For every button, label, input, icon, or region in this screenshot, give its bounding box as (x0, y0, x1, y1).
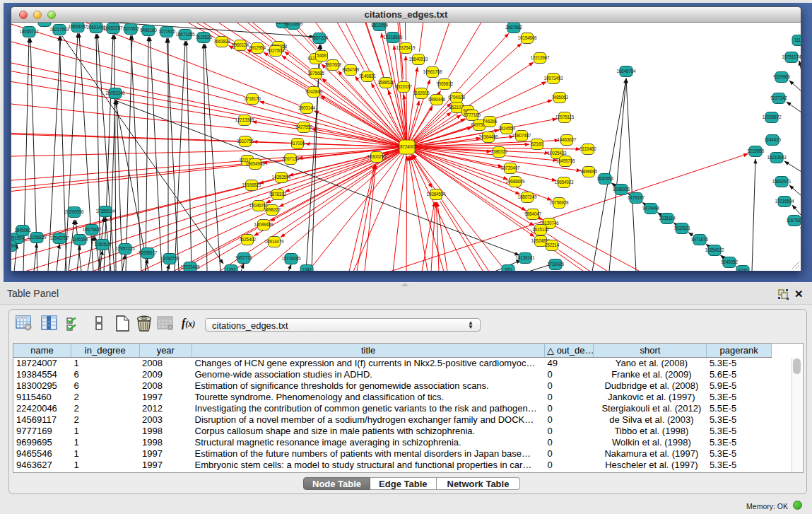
svg-text:3215958: 3215958 (747, 148, 764, 153)
svg-text:252214: 252214 (545, 243, 560, 247)
svg-text:10688609: 10688609 (506, 179, 525, 184)
svg-text:1071915: 1071915 (158, 29, 175, 34)
svg-text:15716485: 15716485 (282, 256, 301, 261)
svg-text:1145194: 1145194 (71, 237, 88, 242)
svg-text:19975887: 19975887 (83, 227, 102, 232)
svg-text:19218506: 19218506 (384, 35, 403, 40)
svg-text:10653287: 10653287 (104, 25, 123, 30)
svg-text:2867608: 2867608 (324, 62, 341, 67)
svg-text:16671355: 16671355 (176, 32, 195, 37)
svg-text:6479197: 6479197 (628, 195, 645, 200)
svg-text:1845061: 1845061 (14, 228, 31, 233)
svg-text:7515526: 7515526 (195, 35, 212, 40)
svg-text:8960124: 8960124 (232, 42, 249, 47)
svg-text:9240: 9240 (738, 268, 748, 271)
svg-text:5469: 5469 (317, 53, 326, 58)
svg-text:970: 970 (505, 267, 512, 271)
svg-text:9146821: 9146821 (359, 74, 376, 78)
svg-text:10958117: 10958117 (139, 250, 158, 255)
svg-text:12942757: 12942757 (50, 235, 69, 240)
svg-text:7663822: 7663822 (213, 39, 230, 44)
svg-text:16782759: 16782759 (160, 256, 180, 261)
svg-text:7386372: 7386372 (490, 149, 507, 154)
svg-text:1527602: 1527602 (122, 26, 139, 31)
svg-text:10154808: 10154808 (518, 35, 537, 40)
svg-text:16033809: 16033809 (284, 23, 303, 26)
svg-text:15640910: 15640910 (409, 57, 428, 62)
svg-text:18300295: 18300295 (367, 154, 387, 159)
svg-text:8454749: 8454749 (342, 67, 359, 72)
svg-text:8471676: 8471676 (691, 237, 708, 242)
svg-text:9899695: 9899695 (580, 169, 597, 174)
svg-text:10853287: 10853287 (69, 24, 88, 29)
svg-text:16914479: 16914479 (265, 239, 284, 244)
svg-text:53594: 53594 (11, 243, 16, 248)
svg-text:391594: 391594 (11, 235, 25, 240)
svg-text:18724007: 18724007 (398, 144, 417, 149)
svg-text:19384554: 19384554 (427, 192, 446, 197)
svg-text:8938928: 8938928 (613, 187, 630, 192)
svg-text:1588520: 1588520 (377, 80, 394, 85)
svg-text:8427552: 8427552 (295, 124, 312, 129)
svg-text:19654985: 19654985 (246, 161, 265, 166)
svg-text:9115460: 9115460 (579, 146, 596, 151)
svg-text:2718176: 2718176 (244, 96, 261, 101)
svg-text:1875685: 1875685 (307, 71, 324, 76)
svg-text:16648784: 16648784 (617, 69, 636, 74)
svg-text:14353594: 14353594 (272, 175, 291, 180)
svg-text:14463627: 14463627 (558, 137, 577, 142)
svg-text:1112: 1112 (794, 37, 801, 42)
svg-text:3267130: 3267130 (282, 156, 299, 161)
svg-text:20364486: 20364486 (479, 134, 498, 139)
svg-text:15692971: 15692971 (772, 179, 792, 184)
svg-text:2803144: 2803144 (298, 105, 315, 110)
svg-text:2687682: 2687682 (505, 25, 522, 30)
svg-text:17359924: 17359924 (96, 209, 115, 214)
svg-text:16961758: 16961758 (423, 69, 442, 74)
svg-text:8322037: 8322037 (395, 84, 412, 89)
svg-text:14055712: 14055712 (20, 29, 39, 34)
svg-text:10025433: 10025433 (548, 151, 567, 156)
svg-text:13325419: 13325419 (396, 45, 416, 50)
svg-text:1162615: 1162615 (413, 90, 430, 95)
svg-text:20756928: 20756928 (550, 200, 569, 205)
svg-text:1250515: 1250515 (94, 242, 111, 247)
svg-text:6466160: 6466160 (140, 28, 157, 33)
svg-text:7632621: 7632621 (673, 226, 690, 230)
svg-text:1244415: 1244415 (764, 137, 781, 142)
svg-text:10807487: 10807487 (512, 133, 531, 138)
svg-text:1615132: 1615132 (532, 227, 549, 232)
svg-text:12213369: 12213369 (235, 117, 254, 122)
svg-text:9329966: 9329966 (773, 74, 790, 79)
svg-text:62160: 62160 (531, 141, 543, 146)
svg-text:9245052: 9245052 (721, 259, 738, 264)
svg-text:12923468: 12923468 (181, 264, 200, 269)
svg-text:1498222: 1498222 (264, 207, 281, 212)
svg-text:9327503: 9327503 (267, 48, 284, 53)
svg-text:5878312: 5878312 (269, 192, 286, 197)
svg-text:10654122: 10654122 (705, 247, 724, 252)
svg-text:3624554: 3624554 (498, 126, 515, 131)
svg-text:19654923: 19654923 (555, 180, 574, 185)
svg-text:1167533: 1167533 (786, 218, 801, 223)
svg-text:7955812: 7955812 (436, 81, 453, 86)
svg-text:15720407: 15720407 (501, 165, 520, 170)
svg-text:417006: 417006 (290, 141, 305, 146)
svg-text:16495758: 16495758 (556, 158, 575, 163)
svg-text:1640954: 1640954 (596, 176, 613, 181)
svg-text:6990448: 6990448 (428, 97, 445, 102)
svg-text:9457771: 9457771 (235, 255, 252, 260)
svg-text:1243: 1243 (302, 267, 312, 271)
svg-text:8813054: 8813054 (371, 23, 388, 28)
svg-text:12975115: 12975115 (555, 115, 575, 119)
svg-text:17957225: 17957225 (116, 246, 135, 251)
svg-text:16217503: 16217503 (50, 27, 69, 32)
svg-text:7485063: 7485063 (551, 95, 568, 100)
svg-text:17016504: 17016504 (775, 199, 794, 204)
svg-text:9474444: 9474444 (642, 206, 659, 211)
svg-text:6794028: 6794028 (448, 95, 465, 100)
svg-text:9227342: 9227342 (770, 95, 787, 100)
svg-text:12156829: 12156829 (28, 235, 47, 240)
svg-text:12093872: 12093872 (763, 115, 782, 119)
svg-text:12213967: 12213967 (531, 55, 550, 60)
